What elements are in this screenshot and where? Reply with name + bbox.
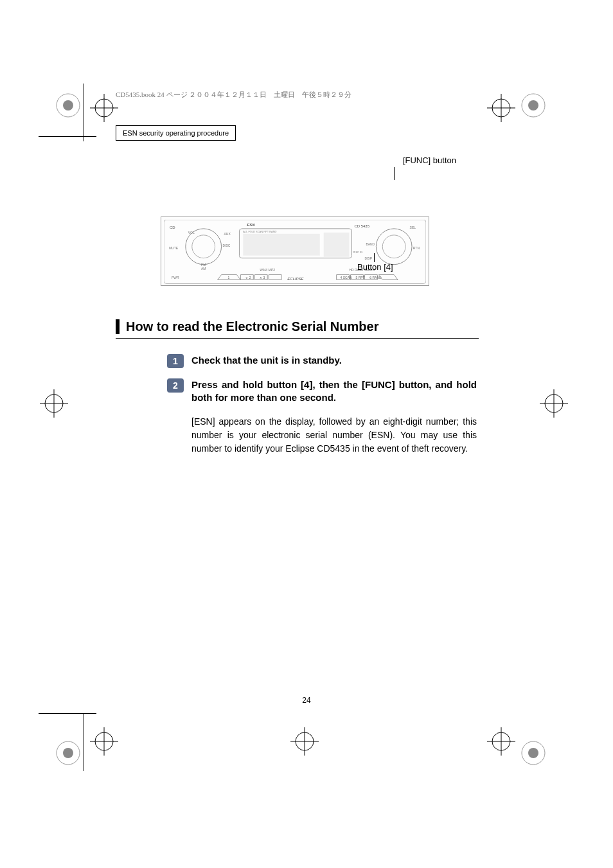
svg-text:AM: AM — [201, 267, 206, 270]
callout-func-leader — [394, 167, 395, 180]
callout-func: [FUNC] button — [403, 155, 456, 165]
callout-btn4: Button [4] — [357, 262, 393, 272]
section-title: How to read the Electronic Serial Number — [116, 319, 501, 334]
svg-point-33 — [382, 235, 405, 258]
svg-text:6 RAND: 6 RAND — [369, 276, 382, 279]
svg-text:1: 1 — [227, 276, 229, 279]
svg-text:WMA MP3: WMA MP3 — [260, 269, 275, 272]
device-aux-label: AUX — [224, 233, 231, 236]
svg-point-1 — [63, 100, 73, 111]
svg-text:∧ 3: ∧ 3 — [260, 276, 265, 279]
device-model-label: CD 5435 — [355, 224, 370, 228]
section-rule — [116, 338, 479, 339]
crop-line — [39, 713, 96, 714]
device-discin-label: DISC IN — [353, 251, 363, 254]
svg-point-17 — [63, 748, 73, 758]
device-svg: CD VOL AUX DISC MUTE FM AM PWR ESN CD 54… — [164, 220, 426, 284]
crop-line — [39, 136, 96, 137]
device-vol-label: VOL — [188, 231, 195, 235]
svg-text:∨ 2: ∨ 2 — [245, 276, 251, 279]
device-esn-label: ESN — [247, 223, 255, 227]
page-number: 24 — [0, 696, 613, 705]
step-2-badge: 2 — [167, 378, 184, 393]
device-rtn-label: RTN — [413, 247, 420, 250]
step-1: 1 Check that the unit is in standby. — [167, 354, 501, 368]
crop-mark-bl2 — [89, 726, 120, 757]
svg-text:5 RPT: 5 RPT — [355, 276, 364, 279]
crop-mark-bl — [53, 738, 84, 768]
crop-mark-mr — [538, 388, 569, 419]
device-annun: ALL FOLD SCAN RPT RAND — [243, 230, 276, 233]
svg-point-32 — [376, 229, 412, 265]
device-mute-label: MUTE — [169, 247, 179, 250]
device-disp-label: DISP — [364, 257, 372, 260]
svg-rect-36 — [324, 233, 350, 257]
step-1-badge: 1 — [167, 354, 184, 368]
crop-line — [84, 84, 84, 141]
step-2: 2 Press and hold button [4], then the [F… — [167, 378, 501, 405]
step-2-title: Press and hold button [4], then the [FUN… — [191, 378, 477, 405]
crop-mark-ml — [39, 388, 69, 419]
step-1-title: Check that the unit is in standby. — [191, 354, 477, 368]
device-disc-label: DISC — [223, 244, 231, 247]
crop-mark-bc — [289, 726, 320, 757]
crop-mark-br2 — [486, 726, 517, 757]
device-illustration: CD VOL AUX DISC MUTE FM AM PWR ESN CD 54… — [161, 217, 429, 286]
crop-mark-tl2 — [89, 93, 120, 123]
svg-rect-35 — [243, 234, 319, 256]
svg-point-31 — [192, 235, 215, 258]
svg-point-28 — [528, 748, 538, 758]
page-print-info: CD5435.book 24 ページ ２００４年１２月１１日 土曜日 午後５時２… — [116, 90, 501, 100]
chapter-label: ESN security operating procedure — [116, 125, 236, 141]
device-fmam-label: FM — [201, 263, 206, 267]
crop-mark-tr — [518, 90, 549, 121]
callout-btn4-leader — [374, 253, 375, 262]
crop-mark-tl — [53, 90, 84, 121]
step-2-body: [ESN] appears on the display, followed b… — [191, 415, 477, 456]
crop-line — [84, 713, 84, 771]
device-cd-label: CD — [170, 226, 175, 229]
device-eclipse-label: ECLIPSE — [287, 277, 304, 281]
crop-mark-br — [518, 738, 549, 768]
device-sel-label: SEL — [410, 226, 416, 229]
device-band-label: BAND — [366, 243, 375, 246]
device-pwr-label: PWR — [172, 276, 179, 279]
svg-point-6 — [528, 100, 538, 111]
svg-text:4 SCAN: 4 SCAN — [341, 276, 352, 279]
